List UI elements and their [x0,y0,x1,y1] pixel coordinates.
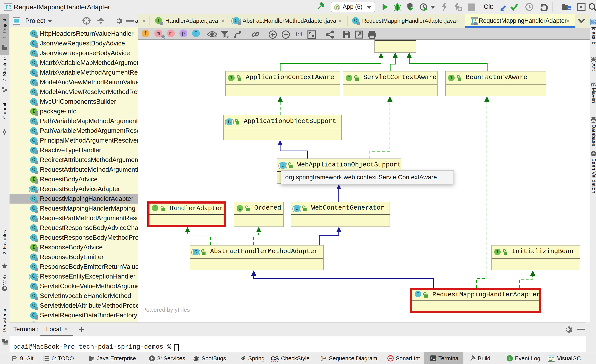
svg-text:11010: 11010 [591,23,596,25]
